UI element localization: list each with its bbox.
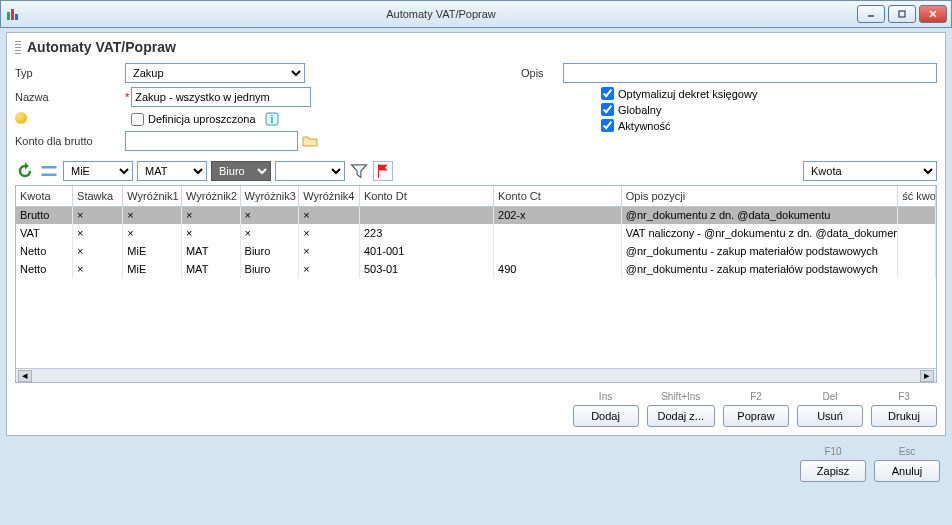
nazwa-input[interactable] [131, 87, 311, 107]
globalny-text: Globalny [618, 104, 661, 116]
grid-toolbar: MiE MAT Biuro Kwota [15, 161, 937, 181]
cell-opis: @nr_dokumentu - zakup materiałów podstaw… [621, 260, 897, 278]
panel-title: Automaty VAT/Popraw [15, 39, 937, 55]
aktywnosc-checkbox[interactable] [601, 119, 614, 132]
svg-rect-0 [7, 12, 10, 20]
col-w3[interactable]: Wyróżnik3 [240, 186, 299, 206]
collapse-icon[interactable] [39, 161, 59, 181]
hint-drukuj: F3 [871, 391, 937, 403]
col-konto-dt[interactable]: Konto Dt [359, 186, 493, 206]
cell-w2: MAT [181, 242, 240, 260]
cell-w4: × [299, 242, 360, 260]
cell-w3: × [240, 206, 299, 224]
cell-opis: @nr_dokumentu z dn. @data_dokumentu [621, 206, 897, 224]
folder-icon[interactable] [302, 133, 318, 149]
hint-anuluj: Esc [874, 446, 940, 458]
filter-dd2[interactable]: MAT [137, 161, 207, 181]
globalny-checkbox[interactable] [601, 103, 614, 116]
zapisz-button[interactable]: Zapisz [800, 460, 866, 482]
table-row[interactable]: Netto×MiEMATBiuro×401-001@nr_dokumentu -… [16, 242, 936, 260]
opt-dekret-checkbox-label[interactable]: Optymalizuj dekret księgowy [601, 87, 937, 100]
anuluj-button[interactable]: Anuluj [874, 460, 940, 482]
cell-stawka: × [73, 206, 123, 224]
app-icon [5, 6, 21, 22]
cell-sc [898, 224, 936, 242]
col-w1[interactable]: Wyróżnik1 [123, 186, 182, 206]
cell-sc [898, 260, 936, 278]
cell-dt: 223 [359, 224, 493, 242]
status-dot-icon [15, 112, 27, 124]
cell-kwota: Brutto [16, 206, 73, 224]
svg-rect-9 [42, 166, 57, 169]
label-nazwa: Nazwa [15, 91, 125, 103]
konto-brutto-input[interactable] [125, 131, 298, 151]
grid-table[interactable]: Kwota Stawka Wyróżnik1 Wyróżnik2 Wyróżni… [16, 186, 936, 278]
scroll-left-icon[interactable]: ◂ [18, 370, 32, 382]
table-row[interactable]: VAT×××××223VAT naliczony - @nr_dokumentu… [16, 224, 936, 242]
cell-w4: × [299, 206, 360, 224]
cell-sc [898, 206, 936, 224]
col-sc-kwot[interactable]: ść kwot [898, 186, 936, 206]
cell-w2: MAT [181, 260, 240, 278]
main-panel: Automaty VAT/Popraw Typ Zakup Nazwa * De… [6, 32, 946, 436]
def-upr-checkbox-label[interactable]: Definicja uproszczona [131, 113, 256, 126]
cell-opis: VAT naliczony - @nr_dokumentu z dn. @dat… [621, 224, 897, 242]
cell-w4: × [299, 260, 360, 278]
label-opis: Opis [521, 67, 563, 79]
typ-select[interactable]: Zakup [125, 63, 305, 83]
dodajz-button[interactable]: Dodaj z... [647, 405, 715, 427]
maximize-button[interactable] [888, 5, 916, 23]
aktywnosc-text: Aktywność [618, 120, 671, 132]
popraw-button[interactable]: Popraw [723, 405, 789, 427]
col-opis-pozycji[interactable]: Opis pozycji [621, 186, 897, 206]
cell-dt [359, 206, 493, 224]
filter-dd3[interactable]: Biuro [211, 161, 271, 181]
dodaj-button[interactable]: Dodaj [573, 405, 639, 427]
grid-container: Kwota Stawka Wyróżnik1 Wyróżnik2 Wyróżni… [15, 185, 937, 383]
aktywnosc-checkbox-label[interactable]: Aktywność [601, 119, 937, 132]
hint-dodaj: Ins [573, 391, 639, 403]
cell-w3: Biuro [240, 242, 299, 260]
scroll-right-icon[interactable]: ▸ [920, 370, 934, 382]
kwota-select[interactable]: Kwota [803, 161, 937, 181]
cell-dt: 503-01 [359, 260, 493, 278]
col-konto-ct[interactable]: Konto Ct [494, 186, 622, 206]
table-row[interactable]: Brutto×××××202-x@nr_dokumentu z dn. @dat… [16, 206, 936, 224]
close-button[interactable] [919, 5, 947, 23]
refresh-icon[interactable] [15, 161, 35, 181]
hint-usun: Del [797, 391, 863, 403]
cell-dt: 401-001 [359, 242, 493, 260]
opis-input[interactable] [563, 63, 937, 83]
opt-dekret-checkbox[interactable] [601, 87, 614, 100]
cell-kwota: Netto [16, 242, 73, 260]
cell-w1: × [123, 224, 182, 242]
status-icon-cell [15, 112, 125, 126]
flag-icon[interactable] [373, 161, 393, 181]
globalny-checkbox-label[interactable]: Globalny [601, 103, 937, 116]
usun-button[interactable]: Usuń [797, 405, 863, 427]
horizontal-scrollbar[interactable]: ◂ ▸ [16, 368, 936, 382]
cell-w1: MiE [123, 242, 182, 260]
drukuj-button[interactable]: Drukuj [871, 405, 937, 427]
cell-ct [494, 224, 622, 242]
def-upr-checkbox[interactable] [131, 113, 144, 126]
col-w4[interactable]: Wyróżnik4 [299, 186, 360, 206]
cell-kwota: VAT [16, 224, 73, 242]
table-row[interactable]: Netto×MiEMATBiuro×503-01490@nr_dokumentu… [16, 260, 936, 278]
cell-w2: × [181, 206, 240, 224]
filter-dd4[interactable] [275, 161, 345, 181]
titlebar: Automaty VAT/Popraw [0, 0, 952, 28]
svg-text:i: i [270, 113, 272, 125]
col-w2[interactable]: Wyróżnik2 [181, 186, 240, 206]
filter-dd1[interactable]: MiE [63, 161, 133, 181]
cell-w4: × [299, 224, 360, 242]
required-marker: * [125, 91, 129, 103]
hint-popraw: F2 [723, 391, 789, 403]
col-kwota[interactable]: Kwota [16, 186, 73, 206]
hint-zapisz: F10 [800, 446, 866, 458]
col-stawka[interactable]: Stawka [73, 186, 123, 206]
minimize-button[interactable] [857, 5, 885, 23]
label-konto-brutto: Konto dla brutto [15, 135, 125, 147]
info-icon[interactable]: i [264, 111, 280, 127]
funnel-icon[interactable] [349, 161, 369, 181]
